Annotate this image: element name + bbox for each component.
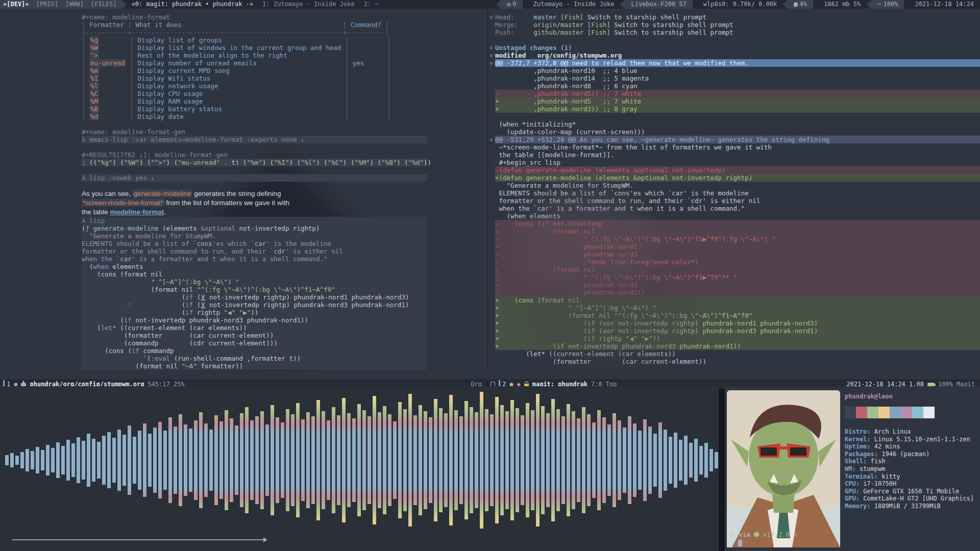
viz-bar [168,417,172,503]
text-segment: @@ -372,7 +372,8 @@ need to reload them … [495,59,749,67]
viz-bar [378,412,381,508]
viz-bar [112,438,116,483]
magit-line: - phundrak-nord3 [495,281,980,289]
window-entry[interactable]: «0: magit: phundrak • phundrak -» [132,0,253,9]
viz-bar [56,442,60,478]
window-entry[interactable]: 2: ~ [364,0,379,9]
orc-avatar [727,390,840,547]
text-segment: "%W" [124,159,139,166]
magit-line: - ,phundrak-nord5)) ;; 7 white [495,90,980,97]
viz-bar [618,420,621,500]
text-segment: | [387,105,391,113]
text-segment [99,74,130,82]
text-segment: (update-color-map (current-screen))) [495,128,645,136]
text-segment: " " [232,309,243,316]
text-segment: ^f0^** " [706,273,737,281]
viz-bar [664,430,667,491]
text-segment: Display network usage [137,82,218,90]
text-segment: | [82,52,89,59]
magit-line: "Generate a modeline for StumpWM. [495,182,980,189]
text-segment: )) [424,159,431,166]
text-segment: modified org/config/stumpwm.org [495,52,622,59]
org-line: *screen-mode-line-format* from the list … [82,198,427,208]
text-segment [341,44,345,52]
fold-arrow-icon[interactable]: v [489,52,493,59]
text-segment: %B [89,105,99,113]
magit-buffer-window: vHead: master [Fish] Switch to starship … [487,9,980,371]
viz-bar [332,407,335,513]
text-segment: not-invertedp phundrak-nord3 phundrak-no… [132,316,308,324]
magit-line: + (if rightp "◀" "▶")) [495,335,980,342]
text-segment: ( [132,301,185,309]
segment-separator-icon [904,0,909,9]
text-segment: ELEMENTS should be a list of `cons'es wh… [495,189,749,197]
text-segment: (elements [159,224,201,232]
fold-arrow-icon[interactable]: v [489,44,493,52]
status-text: 2021-12-18 14:24 [915,0,974,9]
viz-bar [5,455,9,465]
status-segment: wlp8s0: 0.70k/ 0.00k [697,0,783,9]
info-row: Packages: 1946 (pacman) [845,450,974,458]
magit-line: - (cons (if not-invertedp [495,220,980,228]
status-segment: Zutomayo - Inside Joke [527,0,621,9]
org-line: □ (if (⊻ not-invertedp rightp) phundrak-… [82,301,427,309]
group-tag[interactable]: [PRIV] [36,0,58,9]
info-label: Shell: [845,458,871,465]
text-segment: + ,phundrak-nord3)) ;; 8 gray [495,105,637,113]
text-segment: (cons (format nil [82,270,162,278]
text-segment: ' is either nil [285,247,343,255]
viz-bar [567,404,570,516]
viz-bar [500,405,504,515]
magit-line: + ,phundrak-nord3)) ;; 8 gray [495,105,980,113]
fold-arrow-icon[interactable]: v [489,59,493,67]
viz-bar [352,418,356,502]
text-segment [222,36,345,44]
viz-bar [87,434,90,487]
text-segment: ) ( [370,159,382,166]
status-icon: ✉ [507,0,510,9]
text-segment: - " ^(:fg \"~A\")^(:bg \"~A\")^f1 [495,235,702,243]
fold-arrow-icon[interactable]: v [489,136,493,143]
window-list: «0: magit: phundrak • phundrak -»1: Zuto… [127,0,384,9]
text-segment: | [345,74,353,82]
viz-bar [31,451,34,469]
text-segment: - (format nil [495,228,595,235]
text-segment [99,52,130,59]
viz-bar [296,403,300,517]
text-segment: | [387,90,391,97]
magit-line: (update-color-map (current-screen))) [495,128,980,136]
viz-bar [419,405,422,515]
status-text: 4% [800,0,807,9]
text-segment: cdr [274,247,285,255]
viz-bar [255,416,259,504]
shell-input-line[interactable]: › [731,539,742,547]
info-value: 1946 (pacman) [881,450,929,458]
terminal-cursor[interactable] [738,540,742,546]
text-segment: #+RESULTS[7f62 ↓]: modeline-format-gen [82,151,228,159]
viz-bar [10,453,14,467]
fold-arrow-icon[interactable]: v [489,13,493,21]
text-segment: |-----------+---------------------------… [82,29,389,36]
text-segment: elements [109,263,143,270]
viz-bar [699,446,703,474]
text-segment: ((current-element (car elements)) [116,324,247,332]
viz-bar [46,445,50,475]
text-segment: - (cons (if not-invertedp [495,220,603,228]
window-entry[interactable]: 1: Zutomayo - Inside Joke [262,0,355,9]
info-row: Kernel: Linux 5.15.10-zen1-1.1-zen [845,436,974,443]
info-value: CometLake-H GT2 [UHD Graphics] [863,495,974,502]
viz-bar [362,410,366,510]
viz-bar [424,411,427,509]
group-tag[interactable]: [WWW] [65,0,84,9]
text-segment: - ,phundrak-nord5)) ;; 7 white [495,90,641,97]
text-segment: "%m" [247,159,262,166]
viz-bar [546,413,550,507]
group-tag[interactable]: «[DEV]» [3,0,29,9]
viz-bar [516,408,519,512]
viz-bar [541,406,545,514]
group-tag[interactable]: [FILES] [91,0,117,9]
viz-bar [107,432,111,488]
text-segment: "~A" [182,362,197,370]
text-segment: (run-shell-command ,formatter t)) [170,355,301,362]
text-segment: Display current MPD song [137,67,230,74]
